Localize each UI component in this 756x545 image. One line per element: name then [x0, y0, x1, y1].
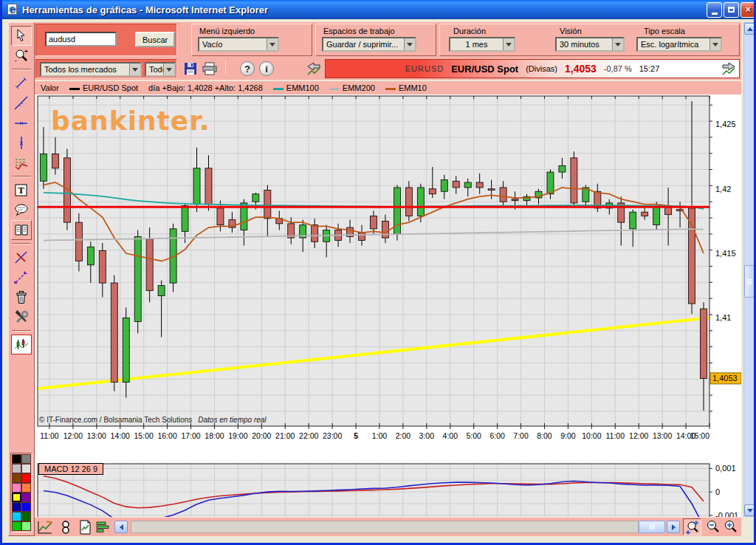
palette-color-3[interactable]: [21, 464, 31, 473]
save-button[interactable]: [182, 60, 199, 78]
svg-text:+: +: [24, 48, 28, 55]
next-chart-button[interactable]: [720, 61, 738, 77]
minimize-button[interactable]: [707, 2, 722, 18]
types-dropdown[interactable]: Todos: [145, 62, 176, 77]
vision-label: Visión: [560, 27, 582, 35]
left-menu-dropdown[interactable]: Vacío: [198, 37, 279, 52]
x-axis-label: 14:00: [111, 431, 130, 440]
vertical-scrollbar-thumb[interactable]: [744, 265, 755, 298]
horizontal-line-tool[interactable]: [11, 113, 32, 133]
delete-line-tool[interactable]: [11, 247, 32, 267]
palette-color-11[interactable]: [21, 502, 31, 512]
move-line-tool[interactable]: [11, 267, 32, 287]
zoom-tool[interactable]: +-: [11, 46, 32, 66]
zoom-out-icon: [705, 519, 721, 535]
x-axis-label: 8:00: [537, 431, 552, 440]
close-button[interactable]: ×: [740, 2, 756, 18]
macd-chart-svg[interactable]: 0,0010-0,001: [35, 442, 741, 517]
palette-color-14[interactable]: [12, 521, 21, 531]
macd-chart[interactable]: 0,0010-0,001: [35, 442, 741, 517]
fibonacci-tool[interactable]: [11, 153, 32, 173]
candle-body: [193, 168, 200, 205]
palette-color-2[interactable]: [12, 464, 21, 473]
horizontal-scrollbar-track[interactable]: [131, 521, 639, 533]
price-chart[interactable]: bankinter.11:0012:0013:0014:0015:0016:00…: [35, 95, 741, 442]
chart-book-tool[interactable]: [11, 220, 32, 240]
dropdown-arrow-icon[interactable]: [709, 38, 721, 50]
vertical-line-tool[interactable]: [11, 133, 32, 153]
vertical-scrollbar[interactable]: [743, 22, 756, 517]
bars-icon: [94, 519, 111, 535]
svg-text:T: T: [18, 185, 24, 196]
x-axis-label: 18:00: [205, 431, 224, 440]
maximize-button[interactable]: [724, 2, 739, 18]
workspaces-dropdown[interactable]: Guardar / suprimir...: [322, 37, 416, 52]
line-tool[interactable]: [11, 93, 32, 113]
dropdown-arrow-icon[interactable]: [404, 38, 415, 50]
segment-tool[interactable]: [11, 73, 32, 93]
macd-label[interactable]: MACD 12 26 9: [38, 463, 103, 475]
palette-color-0[interactable]: [12, 454, 21, 464]
back-chart-icon: [305, 61, 323, 77]
candle-body: [441, 179, 447, 191]
link-charts-button[interactable]: [57, 518, 75, 536]
palette-color-4[interactable]: [12, 473, 21, 483]
mini-chart-tool[interactable]: [11, 335, 32, 354]
palette-color-12[interactable]: [12, 512, 21, 521]
palette-color-5[interactable]: [21, 473, 31, 483]
new-chart-button[interactable]: [36, 518, 54, 536]
palette-color-15[interactable]: [21, 521, 31, 531]
dropdown-arrow-icon[interactable]: [503, 38, 514, 50]
dropdown-arrow-icon[interactable]: [267, 38, 278, 50]
scroll-left-button[interactable]: [114, 521, 128, 533]
pan-zoom-button[interactable]: [683, 518, 701, 535]
print-button[interactable]: [201, 60, 219, 78]
candle-body: [382, 221, 388, 238]
horizontal-scrollbar-thumb[interactable]: [639, 521, 665, 533]
price-chart-svg[interactable]: bankinter.11:0012:0013:0014:0015:0016:00…: [35, 95, 741, 442]
previous-chart-button[interactable]: [305, 60, 323, 78]
search-button[interactable]: Buscar: [135, 32, 175, 47]
scroll-right-button[interactable]: [667, 521, 680, 533]
duration-dropdown[interactable]: 1 mes: [449, 37, 515, 52]
zoom-out-button[interactable]: [704, 518, 722, 535]
scroll-up-button[interactable]: [744, 23, 755, 35]
volume-bars-button[interactable]: [94, 518, 111, 536]
vision-dropdown[interactable]: 30 minutos: [555, 37, 625, 52]
zoom-in-button[interactable]: [721, 518, 740, 535]
magnifier-icon: +-: [13, 48, 30, 64]
palette-color-8[interactable]: [12, 493, 21, 502]
help-button[interactable]: ?: [238, 60, 256, 78]
markets-dropdown[interactable]: Todos los mercados: [40, 62, 142, 77]
candle-body: [429, 189, 436, 194]
chart-report-button[interactable]: [76, 518, 94, 536]
legend-emm100: EMM100: [273, 83, 319, 92]
trash-tool[interactable]: [11, 287, 32, 307]
link-icon: [58, 519, 73, 535]
palette-color-6[interactable]: [12, 483, 21, 493]
duration-label: Duración: [453, 27, 486, 35]
search-input[interactable]: [45, 32, 117, 47]
settings-tools[interactable]: [11, 307, 32, 327]
candle-body: [642, 212, 648, 216]
move-line-icon: [13, 270, 30, 286]
dropdown-arrow-icon[interactable]: [163, 64, 174, 75]
info-button[interactable]: i: [258, 60, 275, 78]
palette-color-10[interactable]: [12, 502, 21, 512]
candle-body: [264, 190, 271, 218]
palette-color-7[interactable]: [21, 483, 31, 493]
text-tool[interactable]: T: [11, 180, 32, 200]
dropdown-arrow-icon[interactable]: [612, 38, 623, 50]
scroll-down-button[interactable]: [744, 504, 755, 516]
x-axis-label: 23:00: [323, 431, 342, 440]
comment-tool[interactable]: [11, 200, 32, 220]
dropdown-arrow-icon[interactable]: [129, 64, 140, 75]
select-cursor-tool[interactable]: [11, 26, 32, 46]
toolbar-separator: [225, 61, 226, 74]
scale-type-dropdown[interactable]: Esc. logarítmica: [636, 37, 722, 52]
palette-color-13[interactable]: [21, 512, 31, 521]
palette-color-9[interactable]: [21, 493, 31, 502]
palette-color-1[interactable]: [21, 454, 31, 464]
candle-body: [182, 205, 188, 231]
instrument-ticker[interactable]: EURUSD EUR/USD Spot (Divisas) 1,4053 -0,…: [325, 59, 740, 78]
